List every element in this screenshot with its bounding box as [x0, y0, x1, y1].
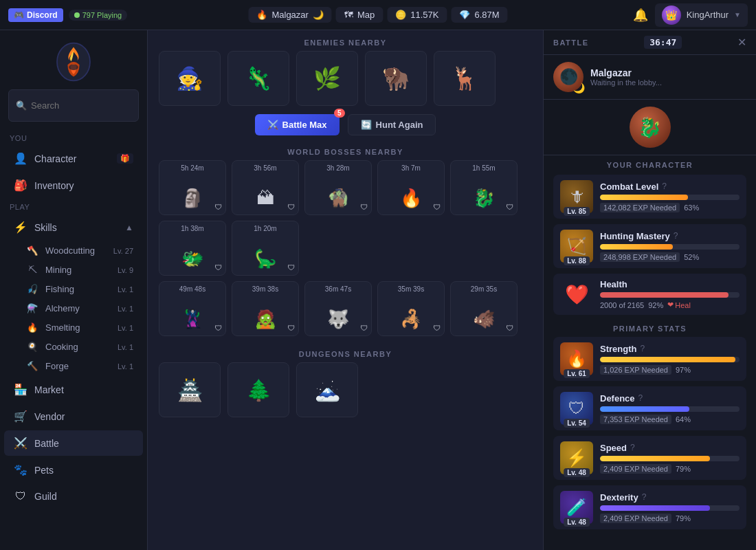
enemy-card-4[interactable]: 🦌	[434, 51, 496, 106]
battle-label: Battle	[34, 438, 133, 449]
strength-sub-row: 1,026 EXP Needed 97%	[600, 365, 740, 375]
world-bosses-header: WORLD BOSSES NEARBY	[148, 140, 543, 160]
location-indicator[interactable]: 🔥 Malgazar 🌙	[248, 7, 331, 23]
speed-stat-name: Speed	[600, 443, 627, 453]
boss-card-5[interactable]: 1h 38m 🐲 🛡	[159, 221, 226, 276]
cooking-level: Lv. 1	[118, 343, 133, 351]
boss-timer-9: 36m 47s	[305, 285, 371, 293]
skills-label: Skills	[34, 222, 118, 233]
stat-name-row-speed: Speed ?	[600, 443, 740, 453]
combat-help-icon[interactable]: ?	[662, 182, 667, 191]
battle-max-label: Battle Max	[282, 120, 327, 130]
stat-info-hunting: Hunting Mastery ? 248,998 EXP Needed 52%	[600, 231, 740, 262]
location-name: Malgazar	[271, 10, 308, 20]
sidebar-item-mining[interactable]: ⛏ Mining Lv. 9	[16, 261, 143, 279]
search-input[interactable]	[31, 100, 146, 111]
primary-stats-title: PRIMARY STATS	[553, 320, 746, 337]
stat-icon-box-dexterity: 🧪 Lv. 48	[560, 491, 593, 524]
speed-help-icon[interactable]: ?	[630, 443, 635, 452]
alchemy-icon: ⚗️	[26, 303, 38, 314]
boss-card-4[interactable]: 1h 55m 🐉 🛡	[450, 160, 518, 215]
avatar: 👑	[662, 6, 681, 25]
dungeon-card-1[interactable]: 🌲	[227, 362, 289, 417]
enemy-card-1[interactable]: 🦎	[227, 51, 289, 106]
hunting-level-badge: Lv. 88	[564, 256, 590, 265]
market-label: Market	[34, 384, 133, 395]
user-avatar-box[interactable]: 👑 KingArthur ▼	[655, 3, 748, 27]
boss-icon-8: 🧟	[254, 309, 276, 330]
enemy-card-2[interactable]: 🌿	[296, 51, 358, 106]
defence-help-icon[interactable]: ?	[638, 393, 643, 403]
hunting-help-icon[interactable]: ?	[674, 231, 678, 241]
heal-button[interactable]: ❤ Heal	[667, 300, 691, 309]
sidebar-item-skills[interactable]: ⚡ Skills ▲	[4, 214, 143, 240]
boss-timer-3: 3h 7m	[378, 164, 444, 172]
boss-timer-2: 3h 28m	[305, 164, 371, 172]
boss-icon-11: 🐗	[473, 309, 495, 330]
guild-label: Guild	[34, 491, 133, 502]
speed-pct: 79%	[676, 465, 691, 473]
forge-icon: 🔨	[26, 361, 38, 371]
boss-card-9[interactable]: 36m 47s 🐺 🛡	[304, 281, 372, 336]
battle-max-badge: 5	[334, 109, 345, 118]
close-button[interactable]: ✕	[737, 36, 746, 49]
sidebar-item-alchemy[interactable]: ⚗️ Alchemy Lv. 1	[16, 299, 143, 318]
boss-card-8[interactable]: 39m 38s 🧟 🛡	[232, 281, 299, 336]
boss-card-6[interactable]: 1h 20m 🦕 🛡	[232, 221, 299, 276]
boss-card-7[interactable]: 49m 48s 🦹 🛡	[159, 281, 226, 336]
skills-icon: ⚡	[14, 221, 27, 234]
stat-card-defence: 🛡 Lv. 54 Defence ? 7,353 EXP Needed 64%	[553, 386, 746, 430]
boss-card-0[interactable]: 5h 24m 🗿 🛡	[159, 160, 226, 215]
sidebar-item-market[interactable]: 🏪 Market	[4, 377, 143, 402]
smelting-icon: 🔥	[26, 322, 38, 333]
battle-icon: ⚔️	[14, 437, 27, 450]
sidebar-item-woodcutting[interactable]: 🪓 Woodcutting Lv. 27	[16, 241, 143, 260]
defence-bar-bg	[600, 406, 740, 412]
sidebar-item-vendor[interactable]: 🛒 Vendor	[4, 404, 143, 429]
stat-name-row-combat: Combat Level ?	[600, 182, 740, 192]
boss-card-11[interactable]: 29m 35s 🐗 🛡	[450, 281, 518, 336]
dungeon-card-2[interactable]: 🗻	[296, 362, 358, 417]
boss-card-3[interactable]: 3h 7m 🔥 🛡	[377, 160, 445, 215]
strength-help-icon[interactable]: ?	[640, 344, 645, 353]
discord-badge[interactable]: 🎮 Discord	[8, 8, 63, 22]
map-button[interactable]: 🗺 Map	[336, 7, 383, 23]
sidebar-item-fishing[interactable]: 🎣 Fishing Lv. 1	[16, 280, 143, 298]
sidebar-item-forge[interactable]: 🔨 Forge Lv. 1	[16, 357, 143, 375]
search-bar[interactable]: 🔍 ⌘ + /	[8, 89, 139, 122]
battle-max-button[interactable]: ⚔️ Battle Max 5	[255, 114, 340, 135]
stat-icon-box-defence: 🛡 Lv. 54	[560, 392, 593, 425]
speed-bar-bg	[600, 456, 740, 461]
boss-shield-7: 🛡	[214, 324, 222, 332]
boss-card-1[interactable]: 3h 56m 🏔 🛡	[232, 160, 299, 215]
sidebar-item-character[interactable]: 👤 Character 🎁	[4, 146, 143, 171]
dexterity-help-icon[interactable]: ?	[642, 492, 647, 502]
sidebar-item-inventory[interactable]: 🎒 Inventory	[4, 173, 143, 198]
sidebar-item-guild[interactable]: 🛡 Guild	[4, 484, 143, 509]
sidebar-item-battle[interactable]: ⚔️ Battle	[4, 430, 143, 456]
boss-card-2[interactable]: 3h 28m 🧌 🛡	[304, 160, 372, 215]
refresh-icon: 🔄	[361, 120, 372, 130]
stat-info-combat: Combat Level ? 142,082 EXP Needed 63%	[600, 182, 740, 212]
sidebar-item-smelting[interactable]: 🔥 Smelting Lv. 1	[16, 318, 143, 337]
mining-label: Mining	[45, 265, 111, 275]
dungeon-icon-0: 🏯	[177, 378, 203, 402]
enemy-card-3[interactable]: 🦬	[365, 51, 427, 106]
enemy-card-0[interactable]: 🧙	[159, 51, 221, 106]
hunt-again-button[interactable]: 🔄 Hunt Again	[348, 114, 436, 135]
sidebar: 🔍 ⌘ + / You 👤 Character 🎁 🎒 Inventory Pl…	[0, 30, 148, 550]
discord-icon: 🎮	[14, 10, 24, 20]
you-section-label: You	[0, 130, 147, 145]
boss-shield-4: 🛡	[506, 203, 513, 211]
bell-icon[interactable]: 🔔	[633, 8, 648, 23]
boss-timer-11: 29m 35s	[451, 285, 517, 293]
moon-icon: 🌙	[313, 10, 324, 20]
boss-icon-9: 🐺	[327, 309, 349, 330]
dungeon-card-0[interactable]: 🏯	[159, 362, 221, 417]
dexterity-bar-fill	[600, 505, 710, 511]
boss-card-10[interactable]: 35m 39s 🦂 🛡	[377, 281, 445, 336]
dexterity-stat-name: Dexterity	[600, 492, 638, 503]
sidebar-item-pets[interactable]: 🐾 Pets	[4, 457, 143, 483]
strength-bar-fill	[600, 357, 735, 362]
sidebar-item-cooking[interactable]: 🍳 Cooking Lv. 1	[16, 338, 143, 356]
